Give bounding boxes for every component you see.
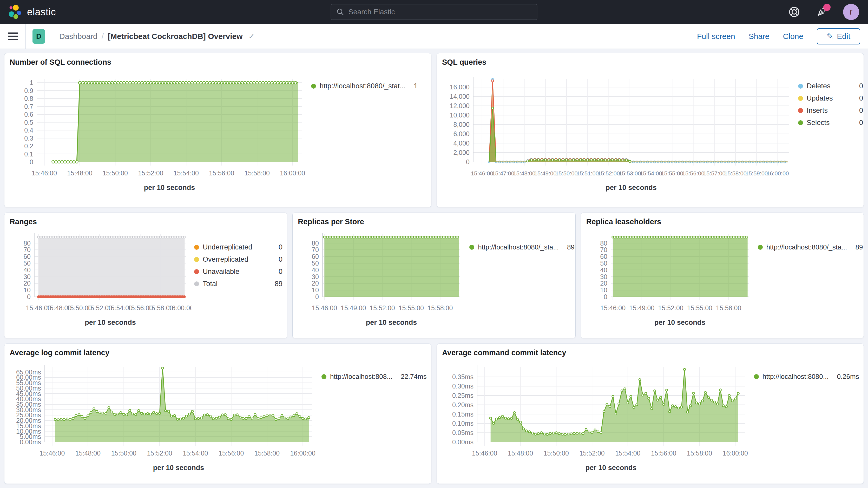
svg-text:15:59:00: 15:59:00 (746, 170, 768, 177)
search-icon (337, 8, 344, 16)
page-title[interactable]: [Metricbeat CockroachDB] Overview (108, 32, 243, 41)
svg-text:15:58:00: 15:58:00 (724, 170, 747, 177)
legend-item[interactable]: Inserts0 (798, 106, 863, 115)
legend-value: 89 (275, 280, 282, 288)
panel-title[interactable]: Number of SQL connections (10, 58, 427, 66)
pencil-icon: ✎ (827, 32, 833, 41)
svg-text:70: 70 (600, 246, 607, 253)
svg-text:15:54:00: 15:54:00 (174, 170, 199, 177)
user-avatar[interactable]: r (843, 4, 859, 20)
elastic-logo[interactable]: elastic (0, 4, 56, 20)
svg-text:0.6: 0.6 (24, 111, 33, 118)
legend-label: Underreplicated (203, 243, 270, 251)
legend-item[interactable]: http://localhost:8080/_sta...89 (469, 243, 570, 251)
legend-item[interactable]: Unavailable0 (194, 268, 282, 276)
legend-item[interactable]: http://localhost:8080...0.26ms (754, 373, 859, 381)
legend-item[interactable]: Overreplicated0 (194, 255, 282, 264)
legend-item[interactable]: Underreplicated0 (194, 243, 282, 251)
panel-title[interactable]: Replicas per Store (298, 217, 570, 226)
avg-command-commit-latency-chart[interactable]: 0.00ms0.05ms0.10ms0.15ms0.20ms0.25ms0.30… (442, 358, 751, 475)
svg-text:0.3: 0.3 (24, 134, 33, 142)
saved-check-icon[interactable]: ✓ (248, 32, 255, 41)
svg-text:0: 0 (315, 293, 319, 300)
panel-title[interactable]: Replica leaseholders (586, 217, 859, 226)
panel-title[interactable]: SQL queries (442, 58, 859, 66)
legend-item[interactable]: http://localhost:8080/_stat...1 (311, 82, 427, 90)
legend-value: 0 (859, 119, 863, 127)
svg-text:0.9: 0.9 (24, 87, 33, 94)
share-button[interactable]: Share (749, 32, 770, 41)
svg-text:60: 60 (312, 253, 319, 260)
svg-text:10: 10 (23, 286, 31, 294)
avg-log-commit-latency-chart[interactable]: 0.00ms5.00ms10.00ms15.00ms20.00ms25.00ms… (10, 358, 319, 475)
menu-icon[interactable] (8, 32, 18, 40)
global-search[interactable] (331, 4, 537, 20)
chart-legend: http://localhost:8080/_sta...89 (467, 226, 570, 255)
svg-text:0: 0 (30, 158, 33, 165)
search-input[interactable] (348, 8, 532, 16)
svg-text:15:52:00: 15:52:00 (598, 170, 620, 177)
svg-text:15:55:00: 15:55:00 (399, 304, 424, 311)
legend-item[interactable]: Total89 (194, 280, 282, 288)
sql-connections-chart[interactable]: 00.10.20.30.40.50.60.70.80.9115:46:0015:… (10, 67, 308, 197)
svg-text:15:55:00: 15:55:00 (661, 170, 683, 177)
ranges-chart[interactable]: 0102030405060708015:46:0015:48:0015:50:0… (10, 226, 191, 331)
panel-sql-queries: SQL queries 02,0004,0006,0008,00010,0001… (437, 53, 864, 207)
full-screen-button[interactable]: Full screen (697, 32, 735, 41)
panel-replica-leaseholders: Replica leaseholders 0102030405060708015… (581, 213, 864, 338)
svg-text:15:54:00: 15:54:00 (183, 450, 208, 457)
svg-text:15:46:00: 15:46:00 (312, 304, 337, 311)
brand-name: elastic (27, 6, 56, 18)
legend-value: 89 (567, 243, 575, 251)
chart-legend: Underreplicated0Overreplicated0Unavailab… (191, 226, 282, 292)
legend-item[interactable]: Deletes0 (798, 82, 863, 90)
legend-label: Inserts (807, 106, 851, 115)
help-icon[interactable] (788, 6, 800, 18)
svg-text:50: 50 (23, 260, 31, 267)
chart-legend: http://localhost:8080/_stat...1 (308, 67, 427, 94)
panel-number-of-sql-connections: Number of SQL connections 00.10.20.30.40… (4, 53, 431, 207)
svg-text:20: 20 (312, 280, 319, 287)
replicas-per-store-chart[interactable]: 0102030405060708015:46:0015:49:0015:52:0… (298, 226, 467, 331)
svg-text:per 10 seconds: per 10 seconds (144, 184, 195, 191)
svg-text:15:50:00: 15:50:00 (544, 450, 569, 457)
svg-text:80: 80 (600, 240, 607, 247)
legend-item[interactable]: http://localhost:808...22.74ms (321, 373, 427, 381)
svg-text:0.35ms: 0.35ms (452, 373, 473, 380)
svg-text:15:58:00: 15:58:00 (428, 304, 453, 311)
clone-button[interactable]: Clone (783, 32, 803, 41)
panel-title[interactable]: Average log commit latency (10, 348, 427, 357)
legend-label: http://localhost:8080/_stat... (320, 82, 405, 90)
svg-text:65.00ms: 65.00ms (16, 368, 41, 376)
svg-text:15:46:00: 15:46:00 (32, 170, 57, 177)
replica-leaseholders-chart[interactable]: 0102030405060708015:46:0015:49:0015:52:0… (586, 226, 755, 331)
svg-text:15:48:00: 15:48:00 (67, 170, 92, 177)
svg-text:15:46:00: 15:46:00 (471, 170, 493, 177)
svg-text:15:49:00: 15:49:00 (341, 304, 366, 311)
svg-text:15:48:00: 15:48:00 (75, 450, 100, 457)
svg-text:15:56:00: 15:56:00 (219, 450, 244, 457)
elastic-logo-icon (8, 4, 22, 20)
svg-text:15:56:00: 15:56:00 (651, 450, 676, 457)
svg-text:0.10ms: 0.10ms (452, 420, 473, 427)
edit-button[interactable]: ✎ Edit (817, 28, 860, 44)
legend-item[interactable]: http://localhost:8080/_sta...89 (758, 243, 859, 251)
legend-item[interactable]: Selects0 (798, 119, 863, 127)
svg-text:0.25ms: 0.25ms (452, 392, 473, 399)
svg-text:16:00:00: 16:00:00 (168, 304, 191, 311)
legend-label: Overreplicated (203, 255, 270, 264)
dashboard-app-badge[interactable]: D (32, 29, 45, 44)
chart-legend: Deletes0Updates0Inserts0Selects0 (796, 67, 859, 131)
breadcrumb-dashboard-link[interactable]: Dashboard (59, 32, 97, 41)
panel-title[interactable]: Ranges (10, 217, 282, 226)
sql-queries-chart[interactable]: 02,0004,0006,0008,00010,00012,00014,0001… (442, 67, 796, 197)
svg-text:per 10 seconds: per 10 seconds (654, 318, 705, 326)
svg-text:20: 20 (23, 280, 31, 287)
legend-dot-icon (798, 108, 803, 113)
legend-label: Unavailable (203, 268, 270, 276)
legend-value: 0 (279, 268, 282, 276)
news-feed-icon[interactable] (815, 6, 828, 18)
panel-title[interactable]: Average command commit latency (442, 348, 859, 357)
legend-item[interactable]: Updates0 (798, 94, 863, 102)
svg-text:16:00:00: 16:00:00 (290, 450, 315, 457)
